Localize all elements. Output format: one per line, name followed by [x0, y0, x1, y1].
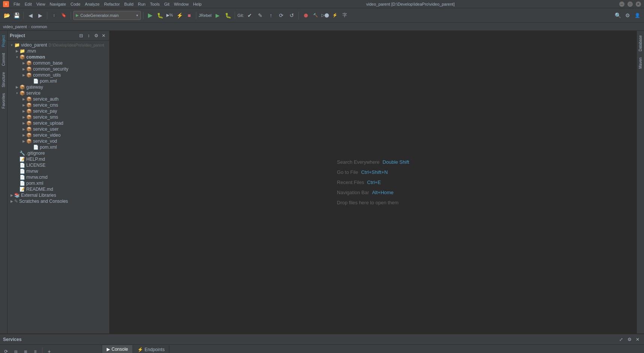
run-button[interactable]: ▶ — [146, 11, 155, 20]
toolbar-separator-6 — [235, 12, 235, 19]
sidebar-item-commit[interactable]: Commit — [0, 50, 7, 69]
run-configuration-dropdown[interactable]: ▶ CodeGenerator.main ▾ — [73, 11, 141, 20]
settings-button[interactable]: ⚙ — [623, 11, 632, 20]
sidebar-item-project[interactable]: Project — [0, 32, 7, 50]
vcs-button[interactable]: 👤 — [633, 11, 642, 20]
sidebar-item-structure[interactable]: Structure — [0, 69, 7, 91]
menu-edit[interactable]: Edit — [25, 2, 32, 6]
menu-analyze[interactable]: Analyze — [85, 2, 100, 6]
maximize-button[interactable]: □ — [627, 2, 633, 7]
jrebel-run-button[interactable]: ▶ — [213, 11, 222, 20]
breadcrumb-module[interactable]: common — [31, 24, 47, 29]
save-button[interactable]: 💾 — [12, 11, 21, 20]
tree-item-service-cms[interactable]: ▶ 📦 service_cms — [8, 102, 109, 108]
stop-button[interactable]: ■ — [185, 11, 194, 20]
menu-code[interactable]: Code — [71, 2, 80, 6]
tree-item-service-vod[interactable]: ▶ 📦 service_vod — [8, 138, 109, 144]
back-button[interactable]: ◀ — [26, 11, 35, 20]
tree-item-common-base[interactable]: ▶ 📦 common_base — [8, 60, 109, 66]
minimize-button[interactable]: ─ — [619, 2, 624, 7]
menu-window[interactable]: Window — [174, 2, 189, 6]
settings-panel-button[interactable]: ⚙ — [93, 32, 100, 39]
collapse-all-button[interactable]: ⊟ — [78, 32, 84, 39]
menu-navigate[interactable]: Navigate — [50, 2, 66, 6]
run-tasks-button[interactable]: ▷⬤ — [321, 11, 330, 20]
tree-item-service-sms[interactable]: ▶ 📦 service_sms — [8, 114, 109, 120]
run-with-coverage-button[interactable]: ▶% — [165, 11, 174, 20]
tab-console[interactable]: ▶ Console — [102, 345, 133, 353]
tab-endpoints[interactable]: ⚡ Endpoints — [133, 345, 169, 353]
menu-help[interactable]: Help — [193, 2, 202, 6]
git-commit-button[interactable]: ✎ — [256, 11, 265, 20]
tree-item-pom-common[interactable]: 📄 pom.xml — [8, 78, 109, 84]
tree-item-pom-service[interactable]: 📄 pom.xml — [8, 144, 109, 150]
power-save-button[interactable]: ⚡ — [330, 11, 339, 20]
open-button[interactable]: 📂 — [2, 11, 11, 20]
services-filter-button[interactable]: ≡ — [31, 347, 40, 353]
tree-item-mvnw[interactable]: 📄 mvnw — [8, 168, 109, 174]
tree-item-mvn[interactable]: ▶ 📁 .mvn — [8, 48, 109, 54]
tree-item-help[interactable]: 📝 HELP.md — [8, 156, 109, 162]
window-title: video_parent [D:\Develop\IdeaPro\video_p… — [366, 2, 454, 6]
sort-button[interactable]: ↕ — [85, 32, 92, 39]
git-update-button[interactable]: ✔ — [245, 11, 254, 20]
debug-button[interactable]: 🐛 — [155, 11, 164, 20]
menu-run[interactable]: Run — [138, 2, 145, 6]
jrebel-debug-button[interactable]: 🐛 — [223, 11, 232, 20]
menu-view[interactable]: View — [36, 2, 45, 6]
git-undo-button[interactable]: ↺ — [287, 11, 296, 20]
project-panel-actions: ⊟ ↕ ⚙ ✕ — [78, 32, 107, 39]
tree-item-license[interactable]: 📄 LICENSE — [8, 162, 109, 168]
services-group-button[interactable]: ⊞ — [21, 347, 30, 353]
tree-item-mvnw-cmd[interactable]: 📄 mvnw.cmd — [8, 174, 109, 180]
git-history-button[interactable]: ⟳ — [277, 11, 286, 20]
close-panel-button[interactable]: ✕ — [100, 32, 107, 39]
tree-item-common-utils[interactable]: ▶ 📦 common_utils — [8, 72, 109, 78]
menu-tools[interactable]: Tools — [150, 2, 160, 6]
menu-git[interactable]: Git — [164, 2, 169, 6]
tree-item-gateway[interactable]: ▶ 📦 gateway — [8, 84, 109, 90]
tree-item-scratches[interactable]: ▶ ✎ Scratches and Consoles — [8, 198, 109, 204]
bottom-panel-close[interactable]: ✕ — [634, 336, 641, 343]
profile-button[interactable]: ⚡ — [175, 11, 184, 20]
menu-build[interactable]: Build — [124, 2, 133, 6]
services-add-button[interactable]: + — [45, 347, 54, 353]
toolbar-separator-2 — [47, 12, 47, 19]
services-collapse-button[interactable]: ⊟ — [11, 347, 20, 353]
tree-item-service-video[interactable]: ▶ 📦 service_video — [8, 132, 109, 138]
toolbar-separator-7 — [299, 12, 299, 19]
build-project-button[interactable]: 🔨 — [311, 11, 320, 20]
tree-item-service-auth[interactable]: ▶ 📦 service_auth — [8, 96, 109, 102]
bottom-panel-expand[interactable]: ⤢ — [618, 336, 624, 343]
tree-item-readme[interactable]: 📝 README.md — [8, 186, 109, 192]
tree-item-external-libs[interactable]: ▶ 📚 External Libraries — [8, 192, 109, 198]
menu-file[interactable]: File — [14, 2, 20, 6]
tree-item-common[interactable]: ▾ 📦 common — [8, 54, 109, 60]
breadcrumb-project[interactable]: video_parent — [3, 24, 27, 29]
service-pay-arrow: ▶ — [21, 109, 26, 113]
tree-item-common-security[interactable]: ▶ 📦 common_security — [8, 66, 109, 72]
git-push-button[interactable]: ↑ — [266, 11, 275, 20]
tree-item-gitignore[interactable]: 🔧 .gitignore — [8, 150, 109, 156]
breakpoint-button[interactable]: ⬤ — [301, 11, 310, 20]
search-everywhere-button[interactable]: 🔍 — [613, 11, 622, 20]
tree-item-service-user[interactable]: ▶ 📦 service_user — [8, 126, 109, 132]
sidebar-item-maven[interactable]: Maven — [637, 54, 644, 72]
close-button[interactable]: ✕ — [636, 2, 641, 7]
tree-item-pom-root[interactable]: 📄 pom.xml — [8, 180, 109, 186]
bookmark-button[interactable]: 🔖 — [59, 11, 68, 20]
sidebar-item-favorites[interactable]: Favorites — [0, 90, 7, 112]
forward-button[interactable]: ▶ — [36, 11, 45, 20]
tree-item-service-pay[interactable]: ▶ 📦 service_pay — [8, 108, 109, 114]
tree-item-service-upload[interactable]: ▶ 📦 service_upload — [8, 120, 109, 126]
services-refresh-button[interactable]: ⟳ — [2, 347, 11, 353]
bottom-panel-settings[interactable]: ⚙ — [626, 336, 633, 343]
tree-item-service[interactable]: ▾ 📦 service — [8, 90, 109, 96]
sidebar-item-database[interactable]: Database — [637, 32, 644, 54]
menu-refactor[interactable]: Refactor — [104, 2, 120, 6]
services-sep — [42, 348, 42, 353]
translate-button[interactable]: 字 — [340, 11, 349, 20]
hint-search-shortcut: Double Shift — [383, 159, 409, 165]
tree-root[interactable]: ▾ 📁 video_parent D:\Develop\IdeaPro\vide… — [8, 42, 109, 48]
recent-files-button[interactable]: ↕ — [50, 11, 59, 20]
